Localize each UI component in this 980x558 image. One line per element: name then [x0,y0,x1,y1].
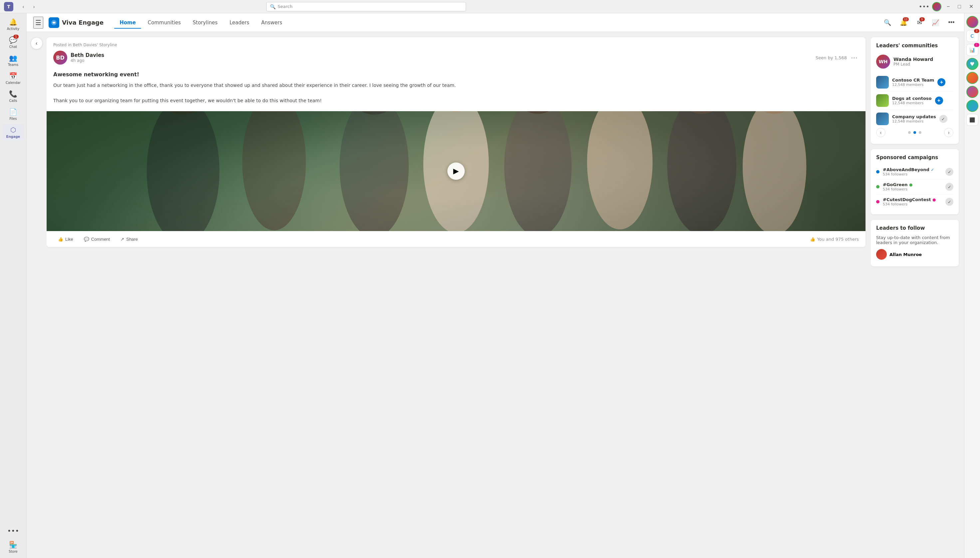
mini-avatar-1[interactable] [966,16,978,28]
calendar-icon: 📅 [9,72,17,80]
campaign-follow-3[interactable]: ✓ [946,198,953,206]
mini-avatar-2[interactable]: ♥ [966,58,978,70]
post-image[interactable]: ▶ [47,111,865,231]
sidebar-item-chat[interactable]: 💬 1 Chat [2,34,25,51]
community-check-3[interactable]: ✓ [939,115,947,123]
carousel-next[interactable]: › [944,128,953,137]
follow-avatar [876,249,887,260]
user-avatar[interactable] [932,2,941,11]
sidebar-item-calls[interactable]: 📞 Calls [2,88,25,105]
leaders-to-follow-card: Leaders to follow Stay up-to-date with c… [871,220,959,266]
share-button[interactable]: ↗ Share [116,235,143,244]
engage-label: Engage [7,135,20,138]
leaders-communities-title: Leaders' communities [876,43,953,49]
mini-badge-2: ! [974,43,979,47]
author-avatar: BD [53,51,67,65]
calls-icon: 📞 [9,90,17,98]
back-panel: ‹ [27,32,47,558]
activity-icon: 🔔 [9,18,17,26]
play-button[interactable]: ▶ [447,162,465,180]
post-content: Awesome networking event! Our team just … [47,67,865,111]
sidebar-item-teams[interactable]: 👥 Teams [2,52,25,69]
seen-by: Seen by 1,568 [816,55,847,60]
sidebar-item-files[interactable]: 📄 Files [2,106,25,123]
forward-button[interactable]: › [29,2,39,11]
community-join-1[interactable]: + [937,78,946,86]
mini-icon-app[interactable]: ⬛ [966,114,978,126]
community-name-2: Dogs at contoso [892,96,932,101]
svg-point-3 [147,111,220,231]
nav-item-communities[interactable]: Communities [143,17,186,28]
community-info-3: Company updates 12,548 members [892,114,936,123]
posted-in: Posted in Beth Davies' Storyline [53,43,859,47]
community-join-2[interactable]: + [935,97,943,105]
communities-list: Contoso CR Team 12,548 members + Dogs at… [876,73,953,128]
nav-item-answers[interactable]: Answers [256,17,288,28]
campaign-name-3: #CutestDogContest ● 534 followers [883,197,942,207]
community-icon-3 [876,113,889,125]
close-button[interactable]: ✕ [966,0,976,13]
campaign-follow-1[interactable]: ✓ [946,168,953,176]
mini-badge-1: 3 [974,29,979,33]
back-btn[interactable]: ‹ [31,37,43,49]
post-actions: 👍 Like 💬 Comment ↗ Share [47,231,865,247]
campaign-item-1: #AboveAndBeyond ✓ 534 followers ✓ [876,164,953,179]
mini-icon-chart[interactable]: 📊 ! [966,44,978,56]
more-apps-button[interactable]: ••• [5,524,21,537]
calendar-label: Calendar [6,81,21,85]
chat-badge: 1 [13,34,19,39]
post-more-button[interactable]: ⋯ [849,52,859,63]
more-header-button[interactable]: ••• [946,16,957,29]
nav-item-home[interactable]: Home [114,17,141,28]
community-item-1: Contoso CR Team 12,548 members + [876,73,953,92]
content-area: ‹ Posted in Beth Davies' Storyline BD [27,32,964,558]
campaign-name-1: #AboveAndBeyond ✓ 534 followers [883,167,942,176]
sidebar-item-engage[interactable]: ⬡ Engage [2,124,25,141]
more-options-button[interactable]: ••• [919,3,929,10]
files-label: Files [10,117,17,120]
follow-leader-name: Allan Munroe [890,252,922,257]
notifications-button[interactable]: 🔔 12 [898,16,910,29]
carousel-prev[interactable]: ‹ [876,128,885,137]
mini-avatar-5[interactable] [966,100,978,112]
like-button[interactable]: 👍 Like [53,235,78,244]
analytics-button[interactable]: 📈 [929,16,941,29]
sidebar-item-store[interactable]: 🏪 Store [2,539,25,555]
nav-item-leaders[interactable]: Leaders [225,17,255,28]
nav-buttons: ‹ › [19,2,39,11]
community-info-2: Dogs at contoso 12,548 members [892,96,932,105]
comment-button[interactable]: 💬 Comment [79,235,115,244]
maximize-button[interactable]: □ [955,0,964,13]
back-button[interactable]: ‹ [19,2,28,11]
author-time: 4h ago [70,58,104,63]
author-info: BD Beth Davies 4h ago [53,51,104,65]
sponsored-campaigns-card: Sponsored campaigns #AboveAndBeyond ✓ 53… [871,149,959,214]
hamburger-menu[interactable]: ☰ [33,16,43,29]
search-button[interactable]: 🔍 [882,16,893,29]
sidebar-item-calendar[interactable]: 📅 Calendar [2,70,25,87]
mini-avatar-3[interactable] [966,72,978,84]
teams-sidebar: 🔔 Activity 💬 1 Chat 👥 Teams 📅 Calendar 📞… [0,13,27,558]
minimize-button[interactable]: − [944,0,952,13]
author-details: Beth Davies 4h ago [70,52,104,63]
campaign-follow-2[interactable]: ✓ [946,183,953,191]
community-name-1: Contoso CR Team [892,77,934,82]
campaign-followers-2: 534 followers [883,187,942,192]
viva-nav: Home Communities Storylines Leaders Answ… [114,17,288,28]
app-layout: 🔔 Activity 💬 1 Chat 👥 Teams 📅 Calendar 📞… [0,13,980,558]
mini-avatar-4[interactable] [966,86,978,98]
reactions-count: 👍 You and 975 others [810,237,859,242]
community-info-1: Contoso CR Team 12,548 members [892,77,934,87]
community-members-2: 12,548 members [892,101,932,105]
nav-item-storylines[interactable]: Storylines [187,17,223,28]
community-members-1: 12,548 members [892,82,934,87]
community-item-2: Dogs at contoso 12,548 members + [876,92,953,110]
comment-icon: 💬 [84,237,89,242]
mini-icon-engage[interactable]: C 3 [966,30,978,42]
right-panel: Leaders' communities WH Wanda Howard PM … [871,32,964,558]
search-bar[interactable]: 🔍 Search [266,2,466,11]
sidebar-item-activity[interactable]: 🔔 Activity [2,16,25,33]
messages-button[interactable]: ✉ 5 [913,16,926,29]
leader-item: WH Wanda Howard PM Lead [876,53,953,71]
sponsored-campaigns-title: Sponsored campaigns [876,154,953,161]
